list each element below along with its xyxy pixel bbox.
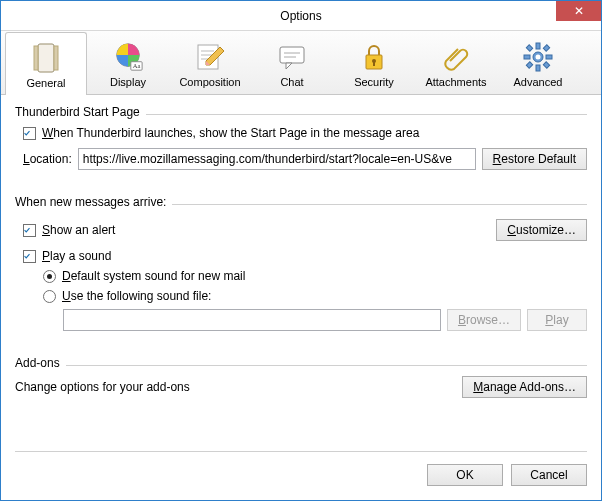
location-label: Location: — [23, 152, 72, 166]
group-title: Add-ons — [15, 356, 60, 370]
svg-point-29 — [536, 55, 541, 60]
tab-chat[interactable]: Chat — [251, 31, 333, 94]
chat-icon — [276, 41, 308, 73]
tab-label: General — [26, 77, 65, 89]
cancel-button[interactable]: Cancel — [511, 464, 587, 486]
svg-rect-23 — [524, 55, 530, 59]
display-icon: Aa — [112, 41, 144, 73]
checkbox-show-alert[interactable] — [23, 224, 36, 237]
radio-label[interactable]: Default system sound for new mail — [62, 269, 245, 283]
attachments-icon — [440, 41, 472, 73]
addons-desc: Change options for your add-ons — [15, 380, 190, 394]
window-title: Options — [280, 9, 321, 23]
location-input[interactable] — [78, 148, 476, 170]
play-button: Play — [527, 309, 587, 331]
row-radio-file: Use the following sound file: — [15, 289, 587, 303]
svg-rect-27 — [543, 45, 549, 51]
group-newmessages: When new messages arrive: Show an alert … — [15, 195, 587, 346]
svg-rect-3 — [54, 46, 58, 70]
titlebar: Options ✕ — [1, 1, 601, 31]
group-title: When new messages arrive: — [15, 195, 166, 209]
svg-rect-2 — [34, 46, 38, 70]
tab-label: Display — [110, 76, 146, 88]
composition-icon — [194, 41, 226, 73]
tab-composition[interactable]: Composition — [169, 31, 251, 94]
checkbox-label[interactable]: Play a sound — [42, 249, 111, 263]
tab-label: Security — [354, 76, 394, 88]
group-title: Thunderbird Start Page — [15, 105, 140, 119]
svg-rect-28 — [526, 62, 532, 68]
close-icon: ✕ — [574, 4, 584, 18]
svg-rect-24 — [546, 55, 552, 59]
options-window: Options ✕ General — [0, 0, 602, 501]
tab-label: Advanced — [514, 76, 563, 88]
tab-general[interactable]: General — [5, 32, 87, 95]
svg-rect-21 — [536, 43, 540, 49]
footer: OK Cancel — [1, 452, 601, 500]
row-play-sound: Play a sound — [15, 249, 587, 263]
row-sound-file: Browse… Play — [15, 309, 587, 331]
ok-button[interactable]: OK — [427, 464, 503, 486]
row-radio-default: Default system sound for new mail — [15, 269, 587, 283]
advanced-icon — [522, 41, 554, 73]
restore-default-button[interactable]: Restore Default — [482, 148, 587, 170]
checkbox-show-startpage[interactable] — [23, 127, 36, 140]
tab-label: Chat — [280, 76, 303, 88]
checkbox-play-sound[interactable] — [23, 250, 36, 263]
tabstrip: General Aa — [1, 31, 601, 95]
radio-label[interactable]: Use the following sound file: — [62, 289, 211, 303]
sound-file-input — [63, 309, 441, 331]
checkbox-label[interactable]: Show an alert — [42, 223, 115, 237]
svg-rect-0 — [38, 44, 54, 72]
group-startpage: Thunderbird Start Page When Thunderbird … — [15, 105, 587, 185]
svg-marker-14 — [286, 63, 292, 69]
svg-text:Aa: Aa — [133, 62, 141, 69]
customize-button[interactable]: Customize… — [496, 219, 587, 241]
content-area: Thunderbird Start Page When Thunderbird … — [1, 95, 601, 451]
tab-attachments[interactable]: Attachments — [415, 31, 497, 94]
svg-rect-26 — [543, 62, 549, 68]
checkbox-label[interactable]: When Thunderbird launches, show the Star… — [42, 126, 419, 140]
radio-default-sound[interactable] — [43, 270, 56, 283]
svg-rect-19 — [373, 62, 375, 66]
svg-rect-13 — [280, 47, 304, 63]
group-addons: Add-ons Change options for your add-ons … — [15, 356, 587, 413]
tab-label: Composition — [179, 76, 240, 88]
tab-advanced[interactable]: Advanced — [497, 31, 579, 94]
security-icon — [358, 41, 390, 73]
close-button[interactable]: ✕ — [556, 1, 601, 21]
svg-rect-22 — [536, 65, 540, 71]
tab-security[interactable]: Security — [333, 31, 415, 94]
manage-addons-button[interactable]: Manage Add-ons… — [462, 376, 587, 398]
general-icon — [30, 42, 62, 74]
row-show-startpage: When Thunderbird launches, show the Star… — [15, 126, 587, 140]
tab-label: Attachments — [425, 76, 486, 88]
row-show-alert: Show an alert Customize… — [15, 219, 587, 241]
radio-sound-file[interactable] — [43, 290, 56, 303]
browse-button: Browse… — [447, 309, 521, 331]
tab-display[interactable]: Aa Display — [87, 31, 169, 94]
row-addons: Change options for your add-ons Manage A… — [15, 376, 587, 398]
row-location: Location: Restore Default — [15, 148, 587, 170]
svg-rect-25 — [526, 45, 532, 51]
